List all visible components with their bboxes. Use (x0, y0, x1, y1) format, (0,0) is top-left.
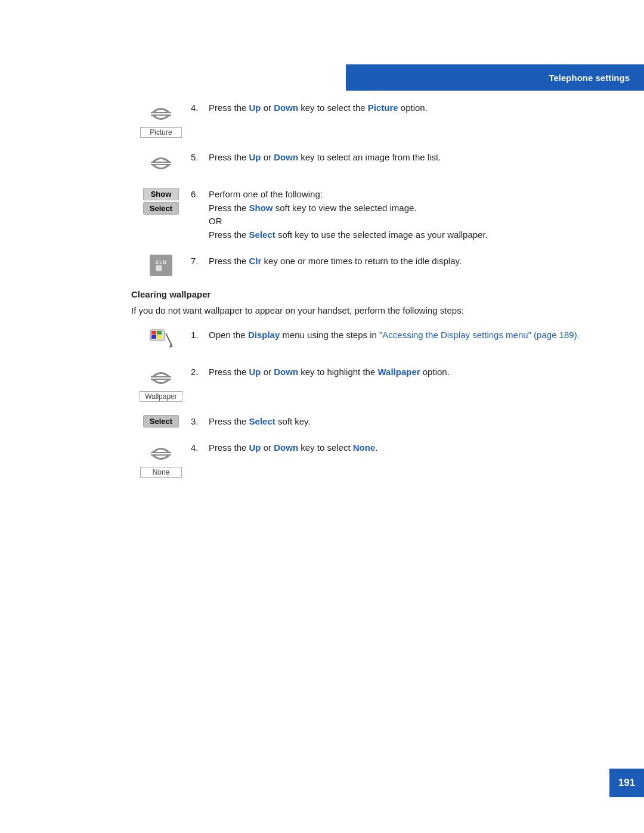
svg-rect-2 (157, 331, 162, 335)
step-5-row: 5. Press the Up or Down key to select an… (131, 151, 626, 175)
none-option-ref: None (353, 442, 376, 453)
step-6-text: Perform one of the following: Press the … (209, 188, 626, 241)
step-6-num: 6. (191, 188, 209, 199)
nav-key-icon (146, 101, 176, 125)
down-key-c4: Down (274, 442, 298, 453)
select-key-c3: Select (249, 416, 275, 426)
picture-option-label: Picture (368, 103, 398, 113)
wallpaper-label: Wallpaper (140, 391, 182, 402)
display-icon (149, 329, 173, 352)
show-key-ref: Show (249, 203, 273, 213)
clear-step-2-icon: Wallpaper (131, 366, 191, 402)
step-7-text: Press the Clr key one or more times to r… (209, 255, 626, 268)
down-key-label: Down (274, 103, 298, 113)
svg-rect-3 (151, 335, 156, 339)
up-key-label: Up (249, 103, 261, 113)
step-7-row: CLR⬜ 7. Press the Clr key one or more ti… (131, 255, 626, 276)
svg-rect-4 (157, 335, 162, 339)
up-key-5: Up (249, 152, 261, 162)
step-4-row: Picture 4. Press the Up or Down key to s… (131, 101, 626, 138)
up-key-c4: Up (249, 442, 261, 453)
step-6-row: Show Select 6. Perform one of the follow… (131, 188, 626, 241)
clr-key-ref: Clr (249, 256, 262, 266)
step-4-icon: Picture (131, 101, 191, 138)
step-6-icon: Show Select (131, 188, 191, 217)
clearing-intro: If you do not want wallpaper to appear o… (131, 304, 626, 318)
nav-key-icon-2 (146, 151, 176, 175)
step-7-icon: CLR⬜ (131, 255, 191, 276)
up-key-c2: Up (249, 367, 261, 377)
nav-key-icon-3 (146, 366, 176, 389)
clear-step-1-icon (131, 329, 191, 352)
clear-step-4-text: Press the Up or Down key to select None. (209, 441, 626, 455)
step-5-icon (131, 151, 191, 175)
clear-step-3-num: 3. (191, 415, 209, 426)
clear-step-3-icon: Select (131, 415, 191, 428)
accessing-display-link[interactable]: "Accessing the Display settings menu" (p… (379, 330, 580, 340)
display-menu-ref: Display (248, 330, 280, 340)
clear-step-1-num: 1. (191, 329, 209, 340)
down-key-c2: Down (274, 367, 298, 377)
clear-step-1-row: 1. Open the Display menu using the steps… (131, 329, 626, 352)
wallpaper-option-ref: Wallpaper (377, 367, 420, 377)
header-bar: Telephone settings (346, 64, 644, 91)
clear-step-3-row: Select 3. Press the Select soft key. (131, 415, 626, 429)
step-4-text: Press the Up or Down key to select the P… (209, 101, 626, 115)
nav-key-icon-4 (146, 441, 176, 465)
svg-rect-1 (151, 331, 156, 335)
select-key-ref: Select (249, 230, 275, 240)
clear-step-4-row: None 4. Press the Up or Down key to sele… (131, 441, 626, 478)
none-label: None (140, 467, 182, 478)
clear-step-3-text: Press the Select soft key. (209, 415, 626, 429)
header-title: Telephone settings (549, 73, 630, 83)
clear-step-2-row: Wallpaper 2. Press the Up or Down key to… (131, 366, 626, 402)
select-softkey-2[interactable]: Select (143, 415, 179, 428)
clear-step-4-icon: None (131, 441, 191, 478)
show-softkey[interactable]: Show (143, 188, 179, 200)
step-4-num: 4. (191, 101, 209, 113)
clear-step-2-num: 2. (191, 366, 209, 377)
main-content: Picture 4. Press the Up or Down key to s… (131, 101, 626, 491)
select-softkey[interactable]: Select (143, 202, 179, 215)
clear-step-2-text: Press the Up or Down key to highlight th… (209, 366, 626, 379)
clear-step-4-num: 4. (191, 441, 209, 453)
down-key-5: Down (274, 152, 298, 162)
clear-step-1-text: Open the Display menu using the steps in… (209, 329, 626, 342)
clr-key-icon: CLR⬜ (150, 255, 172, 276)
step-5-num: 5. (191, 151, 209, 162)
step-7-num: 7. (191, 255, 209, 266)
picture-label: Picture (140, 127, 182, 138)
clearing-heading: Clearing wallpaper (131, 289, 626, 299)
page-number: 191 (609, 769, 644, 797)
soft-keys: Show Select (143, 188, 179, 215)
svg-line-5 (166, 333, 172, 345)
step-5-text: Press the Up or Down key to select an im… (209, 151, 626, 165)
